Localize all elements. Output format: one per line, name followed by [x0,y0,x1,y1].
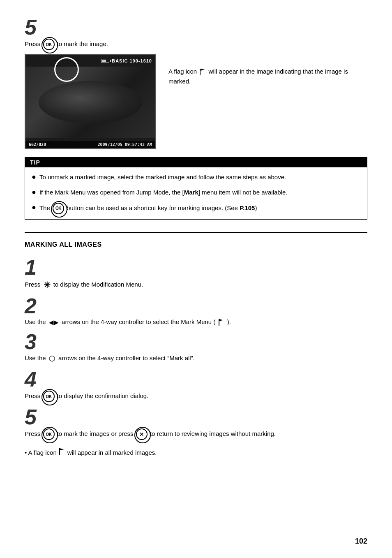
step-number-5-bottom: 5 [25,406,367,428]
step5b-middle: to mark the images or press [57,430,134,437]
circle-highlight [54,57,79,82]
tip3-end: ) [255,204,257,211]
page-number: 102 [355,537,367,546]
ok-button-icon-tip: OK [53,203,64,214]
step2: 2 Use the ◀▶ arrows on the 4-way control… [25,295,367,327]
step3-after: arrows on the 4-way controller to select… [58,355,195,362]
tip-text-3: The OK button can be used as a shortcut … [39,203,360,214]
step-number-4: 4 [25,368,367,390]
step4: 4 Press OK to display the confirmation d… [25,368,367,402]
bullet-3: ● [32,202,36,213]
x-button-icon: ✕ [136,428,148,440]
basic-label: BASIC 100-1610 [112,58,152,63]
flag-icon-inline-3 [59,448,65,455]
final-note: • A flag icon will appear in all marked … [25,448,367,458]
bullet-1: ● [32,171,36,183]
step-number-1: 1 [25,257,367,278]
step5b-press: Press [25,430,40,437]
marking-all-section: MARKING ALL IMAGES 1 Press ✳ to display … [25,241,367,458]
tip2-after: ] menu item will not be available. [198,189,288,196]
step5-bottom-text: Press OK to mark the images or press ✕ t… [25,428,367,440]
camera-screen: BASIC 100-1610 662/828 2009/12/05 09:57:… [25,54,156,149]
ok-button-icon-5a: OK [43,428,55,440]
step2-text: Use the ◀▶ arrows on the 4-way controlle… [25,317,367,327]
camera-description: A flag icon will appear in the image ind… [168,54,367,86]
step3-use: Use the [25,355,46,362]
tip3-p105: P.105 [240,204,255,211]
battery-icon [101,59,109,63]
marking-all-heading: MARKING ALL IMAGES [25,241,367,248]
step5-to-mark-label: to mark the image. [57,40,108,47]
tip-item-1: ● To unmark a marked image, select the m… [32,172,360,183]
flag-icon-inline-1 [200,69,205,75]
step1-after: to display the Modification Menu. [53,281,143,288]
tip-text-2: If the Mark Menu was opened from Jump Mo… [39,188,360,197]
step4-press: Press [25,392,40,399]
lr-arrows-icon: ◀▶ [49,318,59,327]
step1-text: Press ✳ to display the Modification Menu… [25,279,367,291]
tip-text-1: To unmark a marked image, select the mar… [39,172,360,182]
camera-top-bar: BASIC 100-1610 [25,55,155,67]
step3: 3 Use the ⬡ arrows on the 4-way controll… [25,331,367,364]
flag-icon-inline-2 [219,319,224,326]
step1: 1 Press ✳ to display the Modification Me… [25,257,367,291]
tip-section: TIP ● To unmark a marked image, select t… [25,157,367,220]
step1-press: Press [25,281,40,288]
tip2-before: If the Mark Menu was opened from Jump Mo… [39,189,184,196]
step-number-3: 3 [25,331,367,352]
tip3-middle: button can be used as a shortcut key for… [67,204,238,211]
step-number-5-top: 5 [25,16,367,38]
tip2-mark-bold: Mark [184,189,198,196]
camera-datetime: 2009/12/05 09:57:43 AM [98,142,152,147]
ok-button-icon-4: OK [43,391,55,402]
final-note-after: will appear in all marked images. [67,448,157,458]
camera-frame-count: 662/828 [29,142,46,147]
final-note-before: • A flag icon [25,448,57,458]
step2-after: arrows on the 4-way controller to select… [62,318,215,325]
tip-content: ● To unmark a marked image, select the m… [25,167,367,219]
updown-arrow-icon: ⬡ [49,353,55,364]
tip-header: TIP [25,157,367,167]
step5-top-text: Press OK to mark the image. [25,39,367,50]
ok-button-icon-1: OK [43,39,55,50]
step2-close-paren: ). [227,318,231,325]
star-button-icon: ✳ [44,279,51,291]
tip3-the: The [39,204,50,211]
step5b-after: to return to reviewing images without ma… [150,430,276,437]
step5-top: 5 Press OK to mark the image. BASIC 100-… [25,16,367,149]
camera-image-section: BASIC 100-1610 662/828 2009/12/05 09:57:… [25,54,367,149]
bullet-2: ● [32,187,36,198]
step5-bottom: 5 Press OK to mark the images or press ✕… [25,406,367,440]
camera-desc-before: A flag icon [168,68,197,75]
step4-text: Press OK to display the confirmation dia… [25,391,367,402]
tip-item-3: ● The OK button can be used as a shortcu… [32,203,360,214]
step5-press-label: Press [25,40,40,47]
camera-body-texture [25,67,155,138]
step3-text: Use the ⬡ arrows on the 4-way controller… [25,353,367,364]
tip-item-2: ● If the Mark Menu was opened from Jump … [32,188,360,198]
step-number-2: 2 [25,295,367,317]
section-divider [25,232,367,233]
step2-use: Use the [25,318,46,325]
step4-after: to display the confirmation dialog. [57,392,149,399]
camera-bottom-bar: 662/828 2009/12/05 09:57:43 AM [25,141,155,148]
